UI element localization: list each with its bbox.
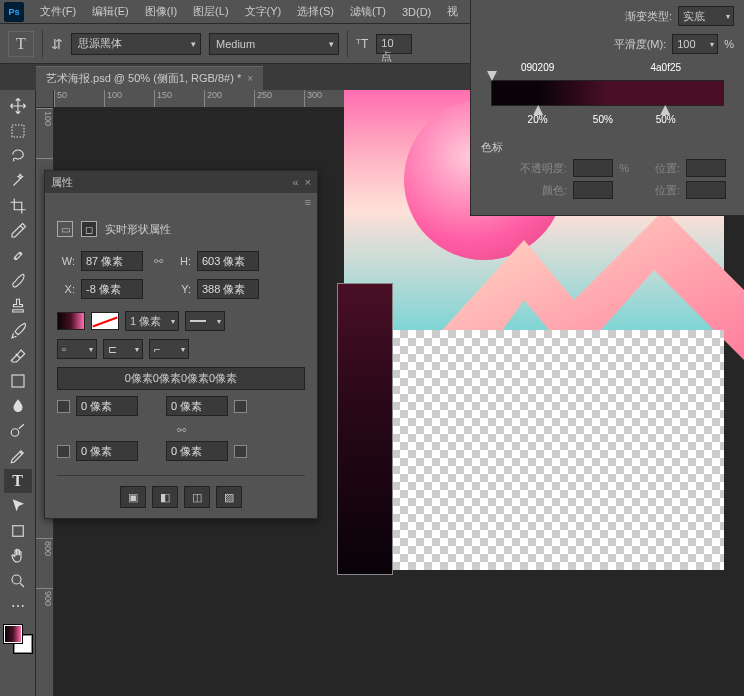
pathop-combine[interactable]: ▣: [120, 486, 146, 508]
document-tab[interactable]: 艺术海报.psd @ 50% (侧面1, RGB/8#) * ×: [36, 66, 263, 90]
menu-type[interactable]: 文字(Y): [237, 4, 290, 19]
dodge-tool[interactable]: [4, 419, 32, 443]
blur-tool[interactable]: [4, 394, 32, 418]
foreground-swatch[interactable]: [4, 625, 22, 643]
smooth-select[interactable]: 100: [672, 34, 718, 54]
menu-3d[interactable]: 3D(D): [394, 6, 439, 18]
grad-type-select[interactable]: 实底: [678, 6, 734, 26]
fill-swatch[interactable]: [57, 312, 85, 330]
font-weight-value: Medium: [216, 38, 255, 50]
menu-file[interactable]: 文件(F): [32, 4, 84, 19]
pathop-intersect[interactable]: ◫: [184, 486, 210, 508]
wand-tool[interactable]: [4, 169, 32, 193]
gradient-panel: 渐变类型: 实底 平滑度(M): 100 % 090209 4a0f25 20%…: [470, 0, 744, 216]
close-icon[interactable]: ×: [305, 176, 311, 188]
menu-layer[interactable]: 图层(L): [185, 4, 236, 19]
svg-point-5: [11, 429, 19, 437]
menu-filter[interactable]: 滤镜(T): [342, 4, 394, 19]
corners-select[interactable]: ⌐: [149, 339, 189, 359]
pathop-subtract[interactable]: ◧: [152, 486, 178, 508]
y-input[interactable]: 388 像素: [197, 279, 259, 299]
crop-tool[interactable]: [4, 194, 32, 218]
position-input[interactable]: [686, 159, 726, 177]
corner-tl-input[interactable]: 0 像素: [76, 396, 138, 416]
eraser-tool[interactable]: [4, 344, 32, 368]
menu-image[interactable]: 图像(I): [137, 4, 185, 19]
path-select-tool[interactable]: [4, 494, 32, 518]
svg-rect-4: [12, 375, 24, 387]
stop-pct-2: 50%: [656, 114, 676, 125]
ruler-corner: [36, 90, 54, 108]
heal-tool[interactable]: [4, 244, 32, 268]
link-wh-icon[interactable]: ⚯: [149, 255, 167, 268]
position-input-2[interactable]: [686, 181, 726, 199]
height-input[interactable]: 603 像素: [197, 251, 259, 271]
opacity-stop-1[interactable]: [487, 71, 497, 81]
stroke-swatch[interactable]: [91, 312, 119, 330]
gradient-bar[interactable]: [491, 80, 724, 106]
hand-tool[interactable]: [4, 544, 32, 568]
properties-panel: 属性 « × ≡ ▭ ◻ 实时形状属性 W: 87 像素 ⚯ H: 603 像素…: [44, 170, 318, 519]
stroke-style-select[interactable]: [185, 311, 225, 331]
orientation-icon[interactable]: ⇵: [51, 36, 63, 52]
corner-bl-input[interactable]: 0 像素: [76, 441, 138, 461]
stamp-tool[interactable]: [4, 294, 32, 318]
shape-tool[interactable]: [4, 519, 32, 543]
link-corners-icon[interactable]: ⚯: [177, 424, 186, 436]
corner-tr-check[interactable]: [234, 400, 247, 413]
width-input[interactable]: 87 像素: [81, 251, 143, 271]
shape-icon: ▭: [57, 221, 73, 237]
color-input[interactable]: [573, 181, 613, 199]
opacity-input[interactable]: [573, 159, 613, 177]
smooth-label: 平滑度(M):: [614, 37, 667, 52]
menu-view[interactable]: 视: [439, 4, 466, 19]
marquee-tool[interactable]: [4, 119, 32, 143]
menu-select[interactable]: 选择(S): [289, 4, 342, 19]
caps-select[interactable]: ⊏: [103, 339, 143, 359]
svg-point-3: [19, 253, 20, 254]
corner-tl-check[interactable]: [57, 400, 70, 413]
zoom-tool[interactable]: [4, 569, 32, 593]
app-logo: Ps: [4, 2, 24, 22]
stops-label: 色标: [481, 141, 503, 153]
corner-br-input[interactable]: 0 像素: [166, 441, 228, 461]
collapse-icon[interactable]: «: [292, 176, 298, 188]
svg-rect-1: [13, 252, 21, 260]
font-family-value: 思源黑体: [78, 36, 122, 51]
transparency-checker: [344, 330, 724, 570]
color-swatches[interactable]: [4, 625, 32, 653]
pathop-exclude[interactable]: ▨: [216, 486, 242, 508]
close-icon[interactable]: ×: [247, 73, 253, 84]
eyedropper-tool[interactable]: [4, 219, 32, 243]
pen-tool[interactable]: [4, 444, 32, 468]
corner-summary: 0像素0像素0像素0像素: [57, 367, 305, 390]
font-size-input[interactable]: 10 点: [376, 34, 412, 54]
font-family-select[interactable]: 思源黑体: [71, 33, 201, 55]
lasso-tool[interactable]: [4, 144, 32, 168]
opacity-label: 不透明度:: [520, 161, 567, 176]
move-tool[interactable]: [4, 94, 32, 118]
panel-menu-icon[interactable]: ≡: [305, 196, 311, 208]
corner-tr-input[interactable]: 0 像素: [166, 396, 228, 416]
x-input[interactable]: -8 像素: [81, 279, 143, 299]
svg-rect-6: [12, 526, 23, 537]
panel-header[interactable]: 属性 « ×: [45, 171, 317, 193]
brush-tool[interactable]: [4, 269, 32, 293]
font-weight-select[interactable]: Medium: [209, 33, 339, 55]
pct-label: %: [724, 38, 734, 50]
stroke-width-select[interactable]: 1 像素: [125, 311, 179, 331]
width-label: W:: [57, 255, 75, 267]
selected-shape[interactable]: [338, 284, 392, 574]
tool-indicator-type[interactable]: T: [8, 31, 34, 57]
edit-toolbar[interactable]: ⋯: [4, 594, 32, 618]
gradient-tool[interactable]: [4, 369, 32, 393]
corner-bl-check[interactable]: [57, 445, 70, 458]
corner-br-check[interactable]: [234, 445, 247, 458]
type-tool[interactable]: T: [4, 469, 32, 493]
menu-edit[interactable]: 编辑(E): [84, 4, 137, 19]
panel-title: 属性: [51, 175, 73, 190]
mask-icon: ◻: [81, 221, 97, 237]
svg-point-7: [12, 575, 21, 584]
align-select[interactable]: ▫: [57, 339, 97, 359]
history-brush-tool[interactable]: [4, 319, 32, 343]
